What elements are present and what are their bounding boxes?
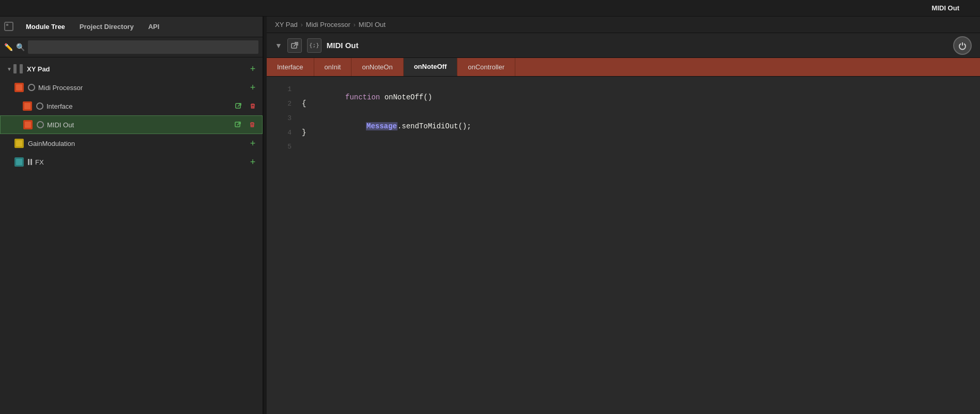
title-bar-text: MIDI Out [932,4,959,12]
gain-color [14,139,24,148]
breadcrumb-xy-pad[interactable]: XY Pad [275,21,298,28]
xy-pad-actions: + [247,63,258,75]
line-number-3: 3 [271,114,292,122]
add-midi-processor-button[interactable]: + [247,82,258,93]
open-external-button[interactable] [287,38,302,53]
open-midi-out-button[interactable] [232,119,243,130]
left-panel: Module Tree Project Directory API ✏️ 🔍 ▼… [0,17,264,414]
svg-rect-1 [6,24,8,26]
interface-actions [233,100,258,112]
line-number-5: 5 [271,143,292,151]
edit-icon: ✏️ [4,43,13,51]
open-interface-button[interactable] [233,100,244,112]
line-number-1: 1 [271,85,292,93]
tree-label-midi-processor: Midi Processor [38,84,247,92]
line-number-2: 2 [271,100,292,108]
line-number-4: 4 [271,129,292,137]
midi-out-status [37,121,44,128]
fx-pause-icon [28,159,32,165]
tab-on-note-off[interactable]: onNoteOff [404,58,458,76]
interface-status [36,102,43,110]
code-editor[interactable]: 1 function onNoteOff() 2 { 3 Message.sen… [267,77,980,414]
module-chevron-icon: ▼ [275,41,282,50]
midi-processor-actions: + [247,82,258,93]
svg-rect-0 [5,22,13,31]
tab-on-note-on[interactable]: onNoteOn [351,58,403,76]
main-layout: Module Tree Project Directory API ✏️ 🔍 ▼… [0,17,980,414]
tree-area: ▼ XY Pad + Midi Processor + [0,57,263,414]
tree-item-midi-processor[interactable]: Midi Processor + [0,78,263,97]
tree-item-gain-modulation[interactable]: GainModulation + [0,134,263,153]
fx-color [14,157,24,167]
right-panel: XY Pad › Midi Processor › MIDI Out ▼ {;}… [267,17,980,414]
midi-out-color [23,120,33,129]
module-title: MIDI Out [327,41,359,50]
tree-item-midi-out[interactable]: MIDI Out [0,115,263,134]
left-panel-tabs: Module Tree Project Directory API [0,17,263,37]
keyword-function: function [345,93,385,101]
add-gain-button[interactable]: + [247,138,258,149]
pause-bar-left [13,64,17,73]
midi-processor-status [28,84,35,91]
tree-label-gain-modulation: GainModulation [28,140,247,147]
code-line-3: 3 Message.sendToMidiOut(); [267,114,980,128]
midi-out-actions [232,119,258,130]
tab-on-init[interactable]: onInit [314,58,352,76]
tree-item-interface[interactable]: Interface [0,97,263,115]
delete-midi-out-button[interactable] [247,119,258,130]
fx-actions: + [247,156,258,168]
tree-label-midi-out: MIDI Out [47,121,232,129]
code-line-1: 1 function onNoteOff() [267,85,980,99]
code-content-2: { [302,99,306,108]
message-keyword: Message [366,122,397,130]
tree-label-xy-pad: XY Pad [27,65,247,73]
code-content-3: Message.sendToMidiOut(); [302,114,471,139]
method-call: .sendToMidiOut(); [397,122,471,130]
midi-processor-color [14,83,24,92]
tree-item-fx[interactable]: FX + [0,153,263,171]
tree-label-fx: FX [35,158,247,166]
tab-on-controller[interactable]: onController [457,58,515,76]
search-input[interactable] [28,40,258,54]
breadcrumb-sep-2: › [354,21,356,28]
tab-api[interactable]: API [141,17,167,37]
module-header: ▼ {;} MIDI Out [267,33,980,58]
title-bar: MIDI Out [0,0,980,17]
search-row: ✏️ 🔍 [0,37,263,57]
add-xy-pad-button[interactable]: + [247,63,258,75]
pause-bar-right [20,64,23,73]
script-tabs: Interface onInit onNoteOn onNoteOff onCo… [267,58,980,77]
code-content-4: } [302,128,306,137]
code-snippet-button[interactable]: {;} [307,38,321,53]
add-fx-button[interactable]: + [247,156,258,168]
function-name: onNoteOff() [385,93,432,101]
breadcrumb-midi-out[interactable]: MIDI Out [359,21,386,28]
tree-item-xy-pad[interactable]: ▼ XY Pad + [0,60,263,78]
corner-icon [3,21,14,32]
gain-modulation-actions: + [247,138,258,149]
tab-interface[interactable]: Interface [267,58,314,76]
breadcrumb-midi-processor[interactable]: Midi Processor [306,21,350,28]
code-content-1: function onNoteOff() [302,85,432,110]
tab-project-directory[interactable]: Project Directory [72,17,141,37]
interface-color [23,101,32,111]
tree-label-interface: Interface [47,102,233,110]
breadcrumb: XY Pad › Midi Processor › MIDI Out [267,17,980,33]
chevron-down-icon: ▼ [5,65,13,73]
tab-module-tree[interactable]: Module Tree [19,17,72,37]
breadcrumb-sep-1: › [301,21,303,28]
delete-interface-button[interactable] [247,100,258,112]
power-button[interactable] [953,36,972,55]
search-icon: 🔍 [16,43,25,51]
code-line-5: 5 [267,143,980,157]
